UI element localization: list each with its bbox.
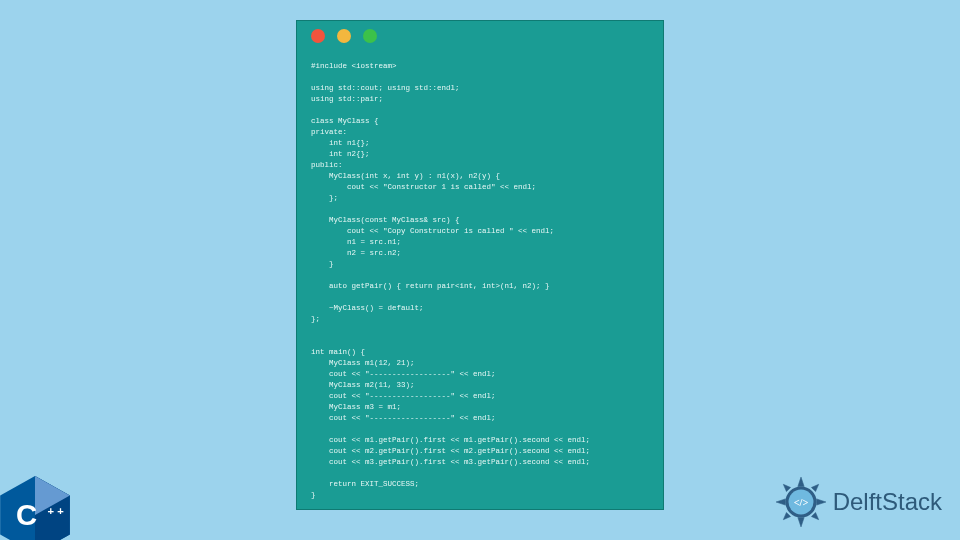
svg-marker-12: [811, 484, 818, 491]
svg-marker-11: [783, 484, 790, 491]
svg-text:</>: </>: [793, 497, 808, 508]
brand-block: </> DelftStack: [775, 476, 942, 528]
brand-text: DelftStack: [833, 488, 942, 516]
cpp-logo-icon: C + +: [0, 476, 70, 540]
svg-marker-7: [798, 477, 804, 486]
svg-marker-13: [783, 512, 790, 519]
window-titlebar: [297, 21, 663, 51]
minimize-icon: [337, 29, 351, 43]
delftstack-logo-icon: </>: [775, 476, 827, 528]
maximize-icon: [363, 29, 377, 43]
code-window: #include <iostream> using std::cout; usi…: [296, 20, 664, 510]
svg-marker-10: [816, 499, 825, 505]
svg-marker-14: [811, 512, 818, 519]
close-icon: [311, 29, 325, 43]
svg-marker-9: [776, 499, 785, 505]
code-content: #include <iostream> using std::cout; usi…: [297, 51, 663, 515]
svg-text:+: +: [48, 505, 55, 517]
svg-text:+: +: [57, 505, 64, 517]
svg-text:C: C: [16, 499, 37, 531]
svg-marker-8: [798, 518, 804, 527]
